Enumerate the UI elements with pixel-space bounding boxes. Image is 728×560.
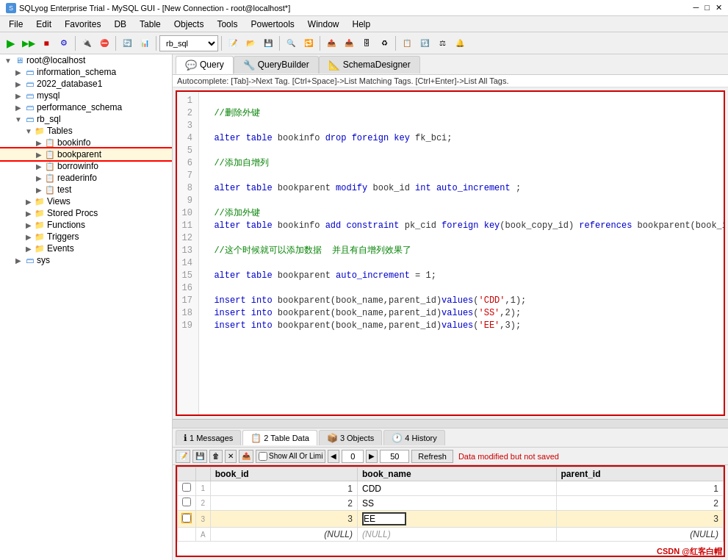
row1-checkbox[interactable] bbox=[182, 483, 191, 492]
row2-book_id[interactable]: 2 bbox=[210, 496, 357, 511]
bookinfo-arrow[interactable]: ▶ bbox=[34, 139, 44, 147]
sidebar-item-rb_sql[interactable]: ▼ 🗃 rb_sql bbox=[0, 113, 172, 125]
sidebar-item-readerinfo[interactable]: ▶ 📋 readerinfo bbox=[0, 172, 172, 184]
newrow-parent_id[interactable]: (NULL) bbox=[556, 528, 724, 542]
sidebar-item-triggers[interactable]: ▶ 📁 Triggers bbox=[0, 231, 172, 243]
trig-arrow[interactable]: ▶ bbox=[24, 233, 34, 241]
row1-book_id[interactable]: 1 bbox=[210, 481, 357, 496]
new-query-btn[interactable]: 📝 bbox=[225, 35, 241, 51]
sidebar-item-sys[interactable]: ▶ 🗃 sys bbox=[0, 254, 172, 266]
sidebar-item-bookinfo[interactable]: ▶ 📋 bookinfo bbox=[0, 137, 172, 148]
refresh-schema-btn[interactable]: 🔄 bbox=[119, 35, 135, 51]
menu-table[interactable]: Table bbox=[134, 18, 167, 31]
sidebar-item-bookparent[interactable]: ▶ 📋 bookparent bbox=[0, 148, 172, 160]
tab-table-data[interactable]: 📋 2 Table Data bbox=[242, 430, 317, 445]
info-arrow[interactable]: ▶ bbox=[13, 68, 24, 76]
table-row[interactable]: 3 3 3 bbox=[178, 511, 724, 528]
row2-book_name[interactable]: SS bbox=[358, 496, 557, 511]
borrowinfo-arrow[interactable]: ▶ bbox=[34, 162, 44, 170]
data-table-wrap[interactable]: book_id book_name parent_id 1 1 CDD 1 bbox=[176, 465, 725, 557]
readerinfo-arrow[interactable]: ▶ bbox=[34, 174, 44, 182]
replace-btn[interactable]: 🔁 bbox=[300, 35, 317, 51]
editor-scrollbar[interactable] bbox=[173, 419, 728, 428]
menu-favorites[interactable]: Favorites bbox=[59, 18, 107, 31]
open-btn[interactable]: 📂 bbox=[242, 35, 259, 51]
sidebar-item-performance_schema[interactable]: ▶ 🗃 performance_schema bbox=[0, 101, 172, 113]
editor-area[interactable]: 1 2 3 4 5 6 7 8 9 10 11 12 13 14 15 16 1 bbox=[176, 90, 725, 416]
cancel-edit-btn[interactable]: ✕ bbox=[225, 450, 237, 463]
tables-arrow[interactable]: ▼ bbox=[24, 127, 34, 135]
save-btn[interactable]: 💾 bbox=[260, 35, 276, 51]
tab-schemadesigner[interactable]: 📐 SchemaDesigner bbox=[319, 56, 420, 73]
table-row[interactable]: 2 2 SS 2 bbox=[178, 496, 724, 511]
mysql-arrow[interactable]: ▶ bbox=[13, 92, 24, 100]
connect-btn[interactable]: 🔌 bbox=[79, 35, 95, 51]
menu-window[interactable]: Window bbox=[302, 18, 345, 31]
sidebar-item-test[interactable]: ▶ 📋 test bbox=[0, 184, 172, 195]
menu-db[interactable]: DB bbox=[108, 18, 132, 31]
menu-powertools[interactable]: Powertools bbox=[245, 18, 300, 31]
minimize-btn[interactable]: ─ bbox=[693, 3, 699, 12]
fn-arrow[interactable]: ▶ bbox=[24, 221, 34, 229]
col-book_name[interactable]: book_name bbox=[358, 467, 557, 481]
perf-arrow[interactable]: ▶ bbox=[13, 104, 24, 112]
tab-messages[interactable]: ℹ 1 Messages bbox=[176, 430, 241, 445]
menu-edit[interactable]: Edit bbox=[30, 18, 57, 31]
editor-content[interactable]: 1 2 3 4 5 6 7 8 9 10 11 12 13 14 15 16 1 bbox=[177, 92, 724, 414]
sidebar-item-functions[interactable]: ▶ 📁 Functions bbox=[0, 219, 172, 231]
compare-btn[interactable]: ⚖ bbox=[434, 35, 450, 51]
limit-from-input[interactable] bbox=[342, 450, 364, 463]
maximize-btn[interactable]: □ bbox=[704, 3, 710, 12]
tree-root[interactable]: ▼ 🖥 root@localhost bbox=[0, 54, 172, 66]
schema-btn[interactable]: 📊 bbox=[137, 35, 153, 51]
code-editor[interactable]: //删除外键 alter table bookinfo drop foreign… bbox=[199, 92, 725, 414]
menu-objects[interactable]: Objects bbox=[168, 18, 210, 31]
sidebar-item-stored-procs[interactable]: ▶ 📁 Stored Procs bbox=[0, 207, 172, 219]
bookparent-arrow[interactable]: ▶ bbox=[34, 151, 44, 159]
disconnect-btn[interactable]: ⛔ bbox=[96, 35, 112, 51]
row3-checkbox-cell[interactable] bbox=[178, 511, 196, 528]
sidebar-item-2022database1[interactable]: ▶ 🗃 2022_database1 bbox=[0, 78, 172, 90]
refresh-button[interactable]: Refresh bbox=[411, 450, 453, 463]
save-row-btn[interactable]: 💾 bbox=[192, 450, 207, 463]
sidebar-item-views[interactable]: ▶ 📁 Views bbox=[0, 195, 172, 207]
newrow-checkbox-cell[interactable] bbox=[178, 528, 196, 542]
copy-db-btn[interactable]: 📋 bbox=[399, 35, 415, 51]
import-btn[interactable]: 📥 bbox=[341, 35, 357, 51]
row3-book_name-input[interactable] bbox=[362, 512, 406, 525]
search-btn[interactable]: 🔍 bbox=[283, 35, 299, 51]
row3-book_id[interactable]: 3 bbox=[210, 511, 357, 528]
debug-btn[interactable]: ⚙ bbox=[56, 35, 72, 51]
sidebar-item-information_schema[interactable]: ▶ 🗃 information_schema bbox=[0, 66, 172, 78]
add-row-btn[interactable]: 📝 bbox=[176, 450, 190, 463]
export-table-btn[interactable]: 📤 bbox=[239, 450, 253, 463]
events-arrow[interactable]: ▶ bbox=[24, 245, 34, 253]
prev-page-btn[interactable]: ◀ bbox=[328, 450, 339, 463]
row1-parent_id[interactable]: 1 bbox=[556, 481, 724, 496]
tab-history[interactable]: 🕐 4 History bbox=[383, 430, 444, 445]
table-row-new[interactable]: A (NULL) (NULL) (NULL) bbox=[178, 528, 724, 542]
root-arrow[interactable]: ▼ bbox=[3, 57, 13, 65]
restore-btn[interactable]: ♻ bbox=[376, 35, 392, 51]
sidebar[interactable]: ▼ 🖥 root@localhost ▶ 🗃 information_schem… bbox=[0, 54, 173, 560]
db-dropdown[interactable]: rb_sql bbox=[159, 35, 218, 51]
delete-row-btn[interactable]: 🗑 bbox=[209, 450, 223, 463]
col-book_id[interactable]: book_id bbox=[210, 467, 357, 481]
sidebar-item-borrowinfo[interactable]: ▶ 📋 borrowinfo bbox=[0, 160, 172, 172]
row1-checkbox-cell[interactable] bbox=[178, 481, 196, 496]
backup-btn[interactable]: 🗄 bbox=[358, 35, 375, 51]
db1-arrow[interactable]: ▶ bbox=[13, 80, 24, 88]
close-btn[interactable]: ✕ bbox=[716, 3, 722, 12]
tab-query[interactable]: 💬 Query bbox=[176, 56, 234, 74]
sp-arrow[interactable]: ▶ bbox=[24, 209, 34, 218]
export-btn[interactable]: 📤 bbox=[323, 35, 339, 51]
row1-book_name[interactable]: CDD bbox=[358, 481, 557, 496]
row2-checkbox[interactable] bbox=[182, 498, 191, 506]
next-page-btn[interactable]: ▶ bbox=[366, 450, 378, 463]
tab-objects[interactable]: 📦 3 Objects bbox=[319, 430, 382, 445]
row3-checkbox[interactable] bbox=[182, 514, 191, 523]
sidebar-item-tables-folder[interactable]: ▼ 📁 Tables bbox=[0, 125, 172, 137]
sidebar-item-events[interactable]: ▶ 📁 Events bbox=[0, 243, 172, 254]
tab-querybuilder[interactable]: 🔧 QueryBuilder bbox=[234, 56, 319, 73]
newrow-book_name[interactable]: (NULL) bbox=[358, 528, 557, 542]
